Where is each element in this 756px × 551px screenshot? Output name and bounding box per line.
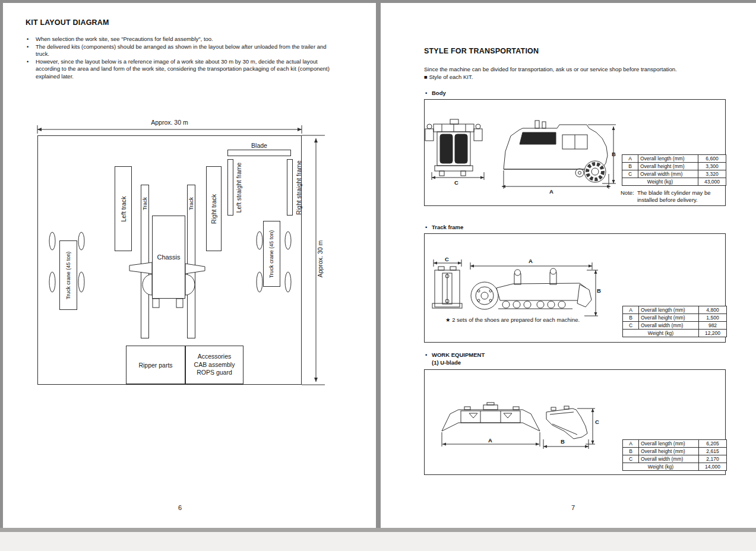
spec-cell: 6,205 [699,440,727,448]
spec-cell: 2,615 [699,448,727,455]
spec-cell: A [623,440,639,448]
bullet-marker: • [27,58,36,80]
bullet-item: • When selection the work site, see "Pre… [27,36,341,43]
spec-cell: A [623,306,639,314]
spec-cell: 4,800 [699,306,727,314]
spec-cell: Overall length (mm) [639,306,699,314]
track-dim-c: C [445,256,449,262]
spec-cell: Weight (kg) [623,463,699,471]
blade-dim-c: C [595,419,599,425]
bullet-item: • However, since the layout below is a r… [27,58,340,80]
track-frame-note: ★ 2 sets of the shoes are prepared for e… [445,316,580,324]
spec-cell: C [623,322,639,330]
pdf-viewer-window: KIT LAYOUT DIAGRAM • When selection the … [0,0,756,551]
spec-cell: 982 [699,322,727,330]
spec-cell: Overall length (mm) [639,440,699,448]
document-page-6: KIT LAYOUT DIAGRAM • When selection the … [3,3,376,528]
spec-cell: Weight (kg) [622,178,698,186]
section-heading-body: Body [432,90,446,97]
spec-cell: Overall width (mm) [639,455,699,463]
section-bullet: • [425,224,427,231]
bullet-marker: • [27,36,36,43]
body-note: Note: The blade lift cylinder may be ins… [621,189,726,204]
section-subheading-u-blade: (1) U-blade [432,359,461,366]
spec-cell: Overall width (mm) [638,170,698,178]
note-label: Note: [621,189,637,204]
spec-cell: A [622,155,638,163]
spec-cell: 1,500 [699,314,727,322]
spec-cell: 43,000 [698,178,726,186]
spec-cell: 3,320 [698,170,726,178]
page-title: STYLE FOR TRANSPORTATION [424,47,539,55]
section-heading-track-frame: Track frame [432,224,463,231]
body-dim-c: C [454,179,458,186]
track-dim-a: A [529,258,533,264]
spec-cell: Overall height (mm) [639,314,699,322]
spec-cell: B [622,163,638,170]
spec-cell: 2,170 [699,455,727,463]
document-page-7: STYLE FOR TRANSPORTATION Since the machi… [381,3,756,528]
section-heading-work-equipment: WORK EQUIPMENT [432,352,485,359]
spec-cell: C [622,170,638,178]
spec-cell: 14,000 [699,463,727,471]
intro-text: Since the machine can be divided for tra… [424,66,730,73]
u-blade-spec-table: AOverall length (mm)6,205 BOverall heigh… [622,439,727,471]
bullet-item: • The delivered kits (components) should… [27,43,337,58]
spec-cell: 6,600 [698,155,726,163]
viewer-toolbar: 11 / 249 [0,532,756,551]
spec-cell: C [623,455,639,463]
layout-detail-shapes [33,116,330,395]
spec-cell: Overall height (mm) [638,163,698,170]
blade-dim-b: B [561,438,565,445]
blade-dim-a: A [488,437,492,444]
page-title: KIT LAYOUT DIAGRAM [26,18,109,27]
page-frame-border [0,528,756,532]
body-dim-a: A [549,188,553,195]
bullet-marker: • [27,43,36,58]
body-dim-b: B [612,151,616,157]
track-dim-b: B [597,287,601,294]
spec-cell: Overall length (mm) [638,155,698,163]
note-text: The blade lift cylinder may be installed… [637,189,726,204]
section-bullet: • [425,352,427,359]
page-number: 7 [571,504,575,511]
page-number: 6 [178,504,182,511]
spec-cell: B [623,314,639,322]
body-spec-table: AOverall length (mm)6,600 BOverall heigh… [622,154,726,186]
spec-cell: Overall height (mm) [639,448,699,455]
bullet-text: However, since the layout below is a ref… [36,58,340,80]
spec-cell: 3,300 [698,163,726,170]
track-frame-spec-table: AOverall length (mm)4,800 BOverall heigh… [622,306,727,337]
spec-cell: Weight (kg) [623,330,699,337]
bullet-text: When selection the work site, see "Preca… [36,36,213,43]
spec-cell: 12,200 [699,330,727,337]
section-bullet: • [425,90,427,97]
spec-cell: B [623,448,639,455]
spec-cell: Overall width (mm) [639,322,699,330]
kit-style-line: ■ Style of each KIT. [424,74,730,81]
bullet-text: The delivered kits (components) should b… [36,43,337,58]
